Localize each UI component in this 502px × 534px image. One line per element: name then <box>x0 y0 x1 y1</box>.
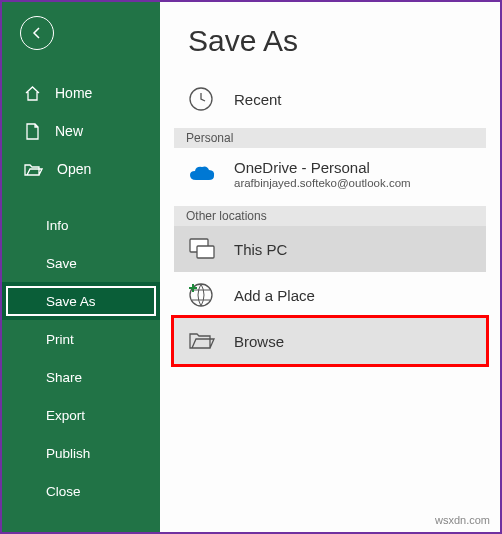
nav-home[interactable]: Home <box>2 74 160 112</box>
arrow-left-icon <box>29 25 45 41</box>
nav-secondary: Info Save Save As Print Share Export Pub… <box>2 206 160 510</box>
location-label: Recent <box>234 91 282 108</box>
nav-label: Publish <box>46 446 90 461</box>
back-button[interactable] <box>20 16 54 50</box>
recent-icon <box>188 86 234 112</box>
location-browse[interactable]: Browse <box>174 318 486 364</box>
nav-label: Export <box>46 408 85 423</box>
nav-label: Home <box>55 85 92 101</box>
watermark: wsxdn.com <box>435 514 490 526</box>
nav-share[interactable]: Share <box>2 358 160 396</box>
section-other: Other locations <box>174 206 486 226</box>
nav-label: Print <box>46 332 74 347</box>
main-panel: Save As Recent Personal OneDrive - Perso… <box>160 2 500 532</box>
backstage-sidebar: Home New Open Info Save Save As Print Sh… <box>2 2 160 532</box>
open-icon <box>24 161 43 178</box>
nav-label: Share <box>46 370 82 385</box>
nav-label: Save <box>46 256 77 271</box>
location-label: Browse <box>234 333 284 350</box>
onedrive-title: OneDrive - Personal <box>234 159 411 176</box>
location-label: This PC <box>234 241 287 258</box>
nav-info[interactable]: Info <box>2 206 160 244</box>
location-label: Add a Place <box>234 287 315 304</box>
onedrive-sub: arafbinjayed.softeko@outlook.com <box>234 177 411 189</box>
browse-icon <box>188 330 234 352</box>
location-this-pc[interactable]: This PC <box>174 226 486 272</box>
nav-print[interactable]: Print <box>2 320 160 358</box>
nav-save-as[interactable]: Save As <box>2 282 160 320</box>
nav-save[interactable]: Save <box>2 244 160 282</box>
location-recent[interactable]: Recent <box>160 76 486 122</box>
onedrive-icon <box>188 164 234 184</box>
nav-label: Open <box>57 161 91 177</box>
nav-publish[interactable]: Publish <box>2 434 160 472</box>
new-icon <box>24 123 41 140</box>
home-icon <box>24 85 41 102</box>
nav-label: Info <box>46 218 69 233</box>
nav-label: Save As <box>46 294 96 309</box>
nav-primary: Home New Open <box>2 74 160 188</box>
nav-label: Close <box>46 484 81 499</box>
nav-new[interactable]: New <box>2 112 160 150</box>
nav-close[interactable]: Close <box>2 472 160 510</box>
location-onedrive[interactable]: OneDrive - Personal arafbinjayed.softeko… <box>160 148 486 200</box>
page-title: Save As <box>160 24 500 58</box>
nav-open[interactable]: Open <box>2 150 160 188</box>
nav-label: New <box>55 123 83 139</box>
section-personal: Personal <box>174 128 486 148</box>
svg-rect-2 <box>197 246 214 258</box>
add-place-icon <box>188 282 234 308</box>
nav-export[interactable]: Export <box>2 396 160 434</box>
this-pc-icon <box>188 237 234 261</box>
location-add-place[interactable]: Add a Place <box>160 272 486 318</box>
